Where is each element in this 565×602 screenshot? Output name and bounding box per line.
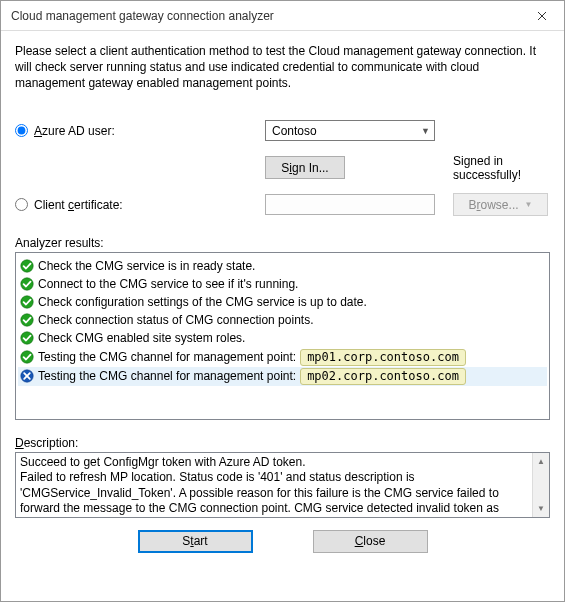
result-line[interactable]: Check connection status of CMG connectio… — [18, 311, 547, 329]
svg-point-3 — [21, 278, 33, 290]
svg-point-2 — [21, 259, 33, 271]
close-window-button[interactable] — [519, 1, 564, 30]
client-cert-label: Client certificate: — [34, 198, 123, 212]
intro-text: Please select a client authentication me… — [15, 43, 550, 92]
result-line[interactable]: Testing the CMG channel for management p… — [18, 348, 547, 367]
azure-ad-row: Azure AD user: Contoso ▼ — [15, 118, 550, 144]
result-text: Check the CMG service is in ready state. — [38, 258, 255, 274]
signin-row: Sign In... Signed in successfully! — [15, 154, 550, 182]
success-icon — [20, 350, 34, 364]
chevron-down-icon: ▼ — [421, 126, 430, 136]
result-line[interactable]: Check CMG enabled site system roles. — [18, 329, 547, 347]
client-cert-row: Client certificate: Browse... ▼ — [15, 192, 550, 218]
start-button[interactable]: Start — [138, 530, 253, 553]
success-icon — [20, 313, 34, 327]
result-line[interactable]: Testing the CMG channel for management p… — [18, 367, 547, 386]
management-point-host: mp02.corp.contoso.com — [300, 368, 466, 385]
result-text: Check CMG enabled site system roles. — [38, 330, 245, 346]
success-icon — [20, 295, 34, 309]
svg-point-5 — [21, 314, 33, 326]
description-label: Description: — [15, 436, 550, 450]
client-cert-radio[interactable] — [15, 198, 28, 211]
svg-point-7 — [21, 351, 33, 363]
result-text: Connect to the CMG service to see if it'… — [38, 276, 298, 292]
tenant-selected-value: Contoso — [272, 124, 317, 138]
management-point-host: mp01.corp.contoso.com — [300, 349, 466, 366]
svg-point-4 — [21, 296, 33, 308]
browse-button: Browse... ▼ — [453, 193, 548, 216]
svg-point-6 — [21, 332, 33, 344]
azure-ad-label: Azure AD user: — [34, 124, 115, 138]
result-line[interactable]: Check configuration settings of the CMG … — [18, 293, 547, 311]
azure-ad-radio[interactable] — [15, 124, 28, 137]
error-icon — [20, 369, 34, 383]
description-box: Succeed to get ConfigMgr token with Azur… — [15, 452, 550, 518]
result-line[interactable]: Connect to the CMG service to see if it'… — [18, 275, 547, 293]
sign-in-button[interactable]: Sign In... — [265, 156, 345, 179]
chevron-down-icon: ▼ — [525, 200, 533, 209]
titlebar: Cloud management gateway connection anal… — [1, 1, 564, 31]
success-icon — [20, 331, 34, 345]
scroll-up-icon[interactable]: ▲ — [533, 453, 550, 470]
scroll-down-icon[interactable]: ▼ — [533, 500, 550, 517]
window-title: Cloud management gateway connection anal… — [11, 9, 274, 23]
results-listbox[interactable]: Check the CMG service is in ready state.… — [15, 252, 550, 420]
cert-path-input — [265, 194, 435, 215]
dialog-content: Please select a client authentication me… — [1, 31, 564, 601]
result-text: Testing the CMG channel for management p… — [38, 349, 296, 365]
success-icon — [20, 259, 34, 273]
button-bar: Start Close — [15, 518, 550, 567]
result-text: Check configuration settings of the CMG … — [38, 294, 367, 310]
signin-status: Signed in successfully! — [435, 154, 550, 182]
result-text: Testing the CMG channel for management p… — [38, 368, 296, 384]
result-line[interactable]: Check the CMG service is in ready state. — [18, 257, 547, 275]
description-text[interactable]: Succeed to get ConfigMgr token with Azur… — [16, 453, 532, 517]
result-text: Check connection status of CMG connectio… — [38, 312, 313, 328]
tenant-select[interactable]: Contoso ▼ — [265, 120, 435, 141]
success-icon — [20, 277, 34, 291]
results-label: Analyzer results: — [15, 236, 550, 250]
description-scrollbar[interactable]: ▲ ▼ — [532, 453, 549, 517]
close-icon — [537, 11, 547, 21]
close-button[interactable]: Close — [313, 530, 428, 553]
